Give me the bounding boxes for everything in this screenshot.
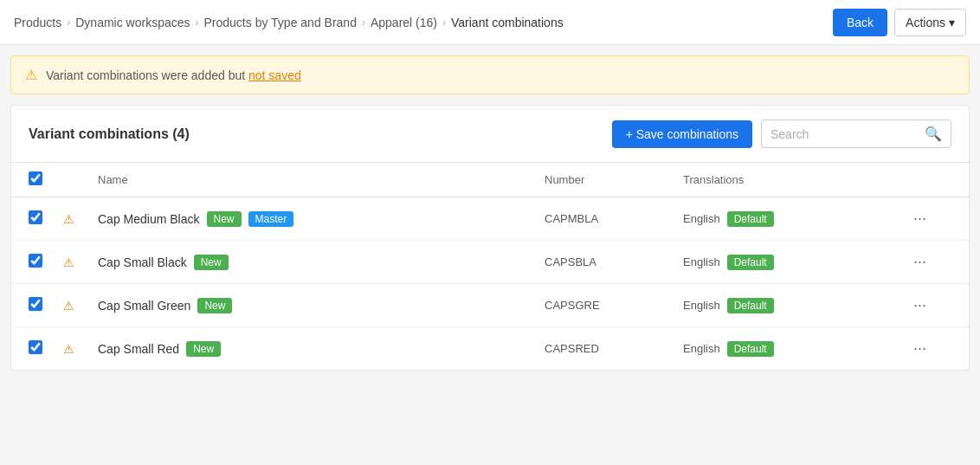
back-button[interactable]: Back — [833, 9, 887, 36]
header-checkbox-cell — [29, 171, 63, 188]
row-3-name: Cap Small Green — [98, 299, 190, 313]
row-2-warning-cell: ⚠ — [63, 255, 98, 269]
table-row: ⚠ Cap Small Red New CAPSRED English Defa… — [11, 327, 969, 370]
row-3-checkbox[interactable] — [29, 297, 42, 311]
row-1-name-cell: Cap Medium Black New Master — [98, 211, 545, 227]
breadcrumb-apparel[interactable]: Apparel (16) — [371, 16, 437, 29]
row-4-name-cell: Cap Small Red New — [98, 341, 545, 357]
row-2-name-cell: Cap Small Black New — [98, 255, 545, 270]
header-name: Name — [98, 173, 545, 186]
breadcrumb-products[interactable]: Products — [14, 16, 61, 29]
row-2-more-cell: ··· — [908, 251, 951, 273]
table-header: Name Number Translations — [11, 163, 969, 197]
actions-button[interactable]: Actions ▾ — [894, 9, 966, 36]
row-1-warning-cell: ⚠ — [63, 212, 98, 226]
row-1-warning-icon: ⚠ — [63, 212, 74, 226]
chevron-down-icon: ▾ — [949, 16, 955, 29]
main-panel: Variant combinations (4) + Save combinat… — [10, 105, 970, 371]
row-4-checkbox[interactable] — [29, 340, 42, 354]
search-input[interactable] — [770, 127, 919, 141]
header-number: Number — [545, 173, 683, 186]
panel-header-actions: + Save combinations 🔍 — [612, 119, 951, 148]
row-2-translation: English Default — [683, 255, 908, 270]
row-1-name: Cap Medium Black — [98, 212, 200, 226]
row-2-number: CAPSBLA — [545, 255, 683, 268]
row-3-number: CAPSGRE — [545, 299, 683, 312]
actions-label: Actions — [906, 16, 945, 29]
row-2-name: Cap Small Black — [98, 255, 187, 269]
breadcrumb-dynamic-workspaces[interactable]: Dynamic workspaces — [75, 16, 190, 29]
warning-highlight: not saved — [248, 68, 301, 82]
row-3-more-button[interactable]: ··· — [908, 294, 932, 316]
save-combinations-button[interactable]: + Save combinations — [612, 120, 752, 148]
row-4-warning-cell: ⚠ — [63, 342, 98, 356]
table-row: ⚠ Cap Medium Black New Master CAPMBLA En… — [11, 197, 969, 241]
warning-icon: ⚠ — [25, 67, 37, 83]
app-container: Products › Dynamic workspaces › Products… — [0, 0, 980, 465]
row-4-checkbox-cell — [29, 340, 63, 357]
row-3-default-badge: Default — [727, 298, 774, 313]
row-1-default-badge: Default — [727, 211, 774, 227]
row-4-translation: English Default — [683, 341, 908, 357]
row-3-name-cell: Cap Small Green New — [98, 298, 545, 313]
row-3-checkbox-cell — [29, 297, 63, 313]
row-3-warning-cell: ⚠ — [63, 299, 98, 313]
row-2-warning-icon: ⚠ — [63, 255, 74, 269]
row-4-more-button[interactable]: ··· — [908, 338, 932, 359]
row-4-default-badge: Default — [727, 341, 774, 357]
breadcrumb-products-by-type[interactable]: Products by Type and Brand — [204, 16, 357, 29]
nav-actions: Back Actions ▾ — [833, 9, 966, 36]
breadcrumb: Products › Dynamic workspaces › Products… — [14, 16, 564, 29]
panel-title: Variant combinations (4) — [29, 126, 190, 142]
row-4-badge-new: New — [186, 341, 221, 357]
warning-text: Variant combinations were added but not … — [46, 68, 301, 82]
header-translations: Translations — [683, 173, 908, 186]
warning-banner: ⚠ Variant combinations were added but no… — [10, 55, 970, 94]
row-3-translation-lang: English — [683, 299, 720, 312]
row-1-number: CAPMBLA — [545, 212, 683, 225]
row-4-warning-icon: ⚠ — [63, 342, 74, 356]
row-3-warning-icon: ⚠ — [63, 299, 74, 313]
row-1-more-button[interactable]: ··· — [908, 208, 932, 229]
breadcrumb-sep-4: › — [442, 16, 446, 29]
row-1-more-cell: ··· — [908, 208, 951, 229]
row-3-more-cell: ··· — [908, 294, 951, 316]
breadcrumb-sep-3: › — [362, 16, 365, 29]
row-1-translation-lang: English — [683, 212, 720, 225]
table-row: ⚠ Cap Small Green New CAPSGRE English De… — [11, 284, 969, 327]
row-1-badge-master: Master — [248, 211, 294, 227]
row-2-badge-new: New — [194, 255, 229, 270]
row-2-default-badge: Default — [727, 255, 774, 270]
table-container: Name Number Translations ⚠ Cap Medium Bl… — [11, 163, 969, 370]
table-row: ⚠ Cap Small Black New CAPSBLA English De… — [11, 241, 969, 284]
row-4-translation-lang: English — [683, 342, 720, 355]
row-1-checkbox[interactable] — [29, 210, 42, 224]
row-2-more-button[interactable]: ··· — [908, 251, 932, 273]
row-2-checkbox[interactable] — [29, 254, 42, 268]
search-box: 🔍 — [761, 119, 951, 148]
select-all-checkbox[interactable] — [29, 171, 42, 185]
panel-header: Variant combinations (4) + Save combinat… — [11, 106, 969, 163]
breadcrumb-sep-2: › — [196, 16, 199, 29]
row-4-number: CAPSRED — [545, 342, 683, 355]
top-nav: Products › Dynamic workspaces › Products… — [0, 0, 980, 45]
row-1-checkbox-cell — [29, 210, 63, 227]
row-2-translation-lang: English — [683, 255, 720, 268]
row-3-translation: English Default — [683, 298, 908, 313]
row-2-checkbox-cell — [29, 254, 63, 270]
row-1-badge-new: New — [207, 211, 242, 227]
row-4-name: Cap Small Red — [98, 342, 179, 356]
row-3-badge-new: New — [197, 298, 232, 313]
row-1-translation: English Default — [683, 211, 908, 227]
breadcrumb-current: Variant combinations — [451, 16, 564, 29]
row-4-more-cell: ··· — [908, 338, 951, 359]
breadcrumb-sep-1: › — [67, 16, 70, 29]
search-icon: 🔍 — [925, 126, 942, 142]
